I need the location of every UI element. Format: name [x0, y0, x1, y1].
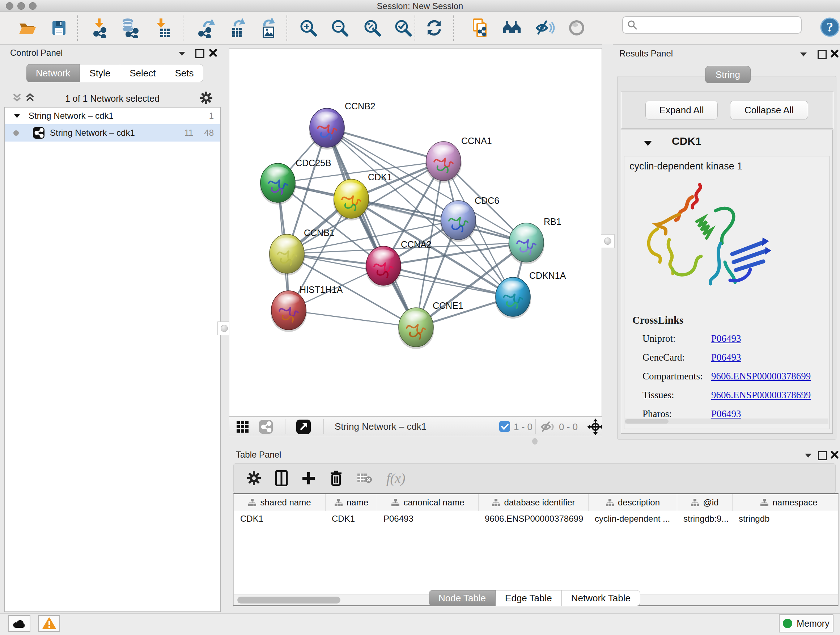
table-panel-menu-icon[interactable] — [804, 453, 812, 458]
help-button[interactable]: ? — [820, 17, 840, 39]
table-panel-float-icon[interactable] — [818, 451, 827, 460]
control-panel-close-icon[interactable] — [209, 49, 217, 57]
table-cell[interactable]: stringdb — [732, 511, 838, 526]
crosslink-row: Tissues:9606.ENSP00000378699 — [643, 390, 823, 401]
add-column-icon[interactable] — [302, 471, 316, 485]
string-network-graph[interactable]: CCNB2CCNA1CDC25BCDK1CDC6RB1CCNB1CCNA2CDK… — [229, 49, 602, 416]
zoom-out-button[interactable] — [330, 17, 350, 39]
column-header-namespace[interactable]: namespace — [732, 494, 838, 511]
network-row-selected[interactable]: String Network – cdk1 11 48 — [5, 124, 220, 141]
refresh-icon — [425, 19, 444, 37]
import-network-button[interactable] — [90, 17, 110, 39]
crosslink-row: Pharos:P06493 — [643, 409, 823, 420]
gene-details-hscrollbar[interactable] — [625, 418, 829, 424]
search-icon — [627, 20, 638, 30]
grid-view-icon[interactable] — [236, 420, 249, 433]
show-all-button[interactable] — [567, 17, 587, 39]
crosslink-value-link[interactable]: 9606.ENSP00000378699 — [711, 371, 811, 382]
results-panel-float-icon[interactable] — [818, 50, 827, 59]
zoom-out-icon — [330, 19, 349, 37]
zoom-in-button[interactable] — [298, 17, 318, 39]
table-tab-node-table[interactable]: Node Table — [429, 590, 496, 606]
collapse-all-button[interactable]: Collapse All — [730, 101, 808, 119]
control-tab-select[interactable]: Select — [120, 64, 165, 82]
table-row[interactable]: CDK1CDK1P064939606.ENSP00000378699cyclin… — [234, 511, 838, 526]
first-neighbors-button[interactable] — [502, 17, 522, 39]
control-tab-network[interactable]: Network — [26, 64, 80, 82]
network-view-icon[interactable] — [259, 420, 273, 434]
network-node-CDKN1A[interactable]: CDKN1A — [495, 271, 566, 318]
table-cell[interactable]: CDK1 — [325, 511, 377, 526]
node-label-CCNA1: CCNA1 — [461, 136, 492, 146]
import-table-button[interactable] — [152, 17, 172, 39]
refresh-button[interactable] — [424, 17, 444, 39]
crosslink-value-link[interactable]: P06493 — [711, 352, 741, 363]
network-edge[interactable] — [289, 310, 416, 327]
crosslink-row: GeneCard:P06493 — [643, 352, 823, 363]
results-panel-close-icon[interactable] — [831, 50, 838, 57]
hide-selected-button[interactable] — [535, 17, 555, 39]
collection-expand-icon[interactable] — [13, 113, 21, 119]
show-columns-icon[interactable] — [275, 470, 288, 486]
network-node-RB1[interactable]: RB1 — [508, 217, 561, 264]
import-network-from-database-button[interactable] — [120, 17, 140, 39]
table-hscrollbar-thumb[interactable] — [237, 597, 340, 603]
cloud-button[interactable] — [8, 615, 30, 632]
crosslink-value-link[interactable]: 9606.ENSP00000378699 — [711, 390, 811, 401]
zoom-selected-button[interactable] — [393, 17, 413, 39]
table-cell[interactable]: stringdb:9... — [677, 511, 732, 526]
zoom-fit-button[interactable] — [362, 17, 382, 39]
crosslink-value-link[interactable]: P06493 — [711, 409, 741, 420]
gene-section-collapse-icon[interactable] — [644, 140, 652, 147]
results-panel-menu-icon[interactable] — [799, 51, 807, 57]
delete-column-icon[interactable] — [329, 470, 343, 486]
column-header-@id[interactable]: @id — [677, 494, 732, 511]
network-options-gear-icon[interactable] — [200, 91, 213, 104]
network-edge[interactable] — [327, 128, 416, 327]
warnings-button[interactable] — [38, 615, 60, 632]
selected-checkbox[interactable] — [499, 421, 510, 432]
crosslink-row: Uniprot:P06493 — [643, 333, 823, 344]
global-search-field[interactable] — [622, 16, 802, 34]
column-header-shared-name[interactable]: shared name — [234, 494, 325, 511]
export-image-button[interactable] — [257, 17, 278, 39]
control-panel-menu-icon[interactable] — [178, 51, 186, 57]
splitter-grip-dot[interactable] — [532, 438, 538, 445]
window-titlebar: Session: New Session — [0, 0, 840, 12]
table-tab-edge-table[interactable]: Edge Table — [496, 590, 562, 606]
control-tab-sets[interactable]: Sets — [165, 64, 203, 82]
toolbar-separator — [77, 15, 78, 41]
export-network-button[interactable] — [196, 17, 216, 39]
column-header-description[interactable]: description — [588, 494, 677, 511]
control-tab-style[interactable]: Style — [80, 64, 120, 82]
table-cell[interactable]: 9606.ENSP00000378699 — [478, 511, 588, 526]
results-tab-string[interactable]: String — [705, 66, 751, 83]
clone-network-button[interactable] — [470, 17, 490, 39]
network-node-HIST1H1A[interactable]: HIST1H1A — [271, 285, 343, 332]
network-collection-row[interactable]: String Network – cdk1 1 — [5, 108, 220, 124]
birds-eye-crosshair-icon[interactable] — [587, 418, 604, 435]
table-panel-close-icon[interactable] — [831, 451, 838, 459]
column-header-name[interactable]: name — [325, 494, 377, 511]
column-header-canonical-name[interactable]: canonical name — [377, 494, 478, 511]
column-header-database-identifier[interactable]: database identifier — [478, 494, 588, 511]
export-table-button[interactable] — [228, 17, 248, 39]
table-cell[interactable]: P06493 — [377, 511, 478, 526]
network-view-canvas[interactable]: CCNB2CCNA1CDC25BCDK1CDC6RB1CCNB1CCNA2CDK… — [229, 48, 602, 416]
table-settings-gear-icon[interactable] — [247, 471, 261, 486]
crosslink-label: Uniprot: — [643, 333, 711, 344]
crosslink-value-link[interactable]: P06493 — [711, 333, 741, 344]
function-builder-icon[interactable]: f(x) — [386, 470, 406, 486]
delete-table-icon[interactable] — [357, 472, 373, 485]
memory-button[interactable]: Memory — [779, 614, 834, 632]
network-node-CDC6[interactable]: CDC6 — [440, 195, 499, 242]
expand-all-button[interactable]: Expand All — [645, 101, 718, 119]
open-in-window-icon[interactable] — [296, 419, 311, 434]
table-cell[interactable]: cyclin-dependent ... — [588, 511, 677, 526]
open-file-button[interactable] — [17, 17, 38, 39]
table-cell[interactable]: CDK1 — [234, 511, 325, 526]
save-session-button[interactable] — [49, 17, 69, 39]
control-panel-float-icon[interactable] — [195, 49, 204, 58]
zoom-fit-icon — [363, 19, 382, 37]
table-tab-network-table[interactable]: Network Table — [562, 590, 640, 606]
